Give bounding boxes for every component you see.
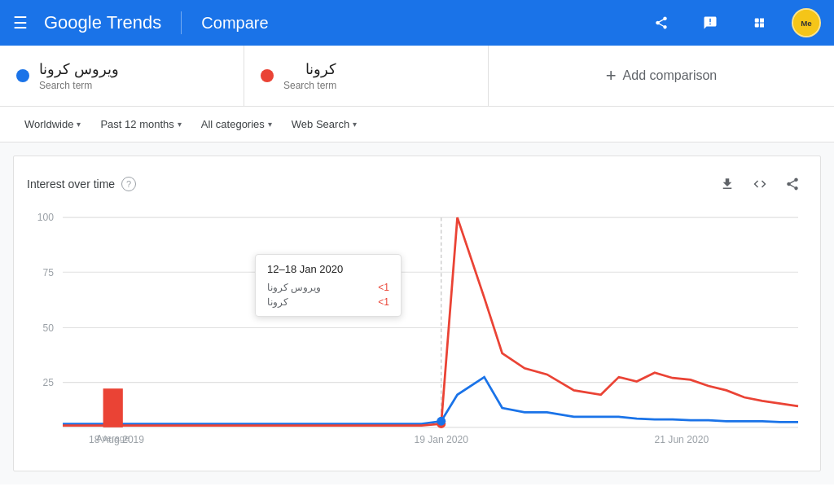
feedback-icon xyxy=(703,15,718,30)
add-comparison-button[interactable]: + Add comparison xyxy=(489,46,834,106)
embed-icon xyxy=(753,177,767,191)
filters-bar: Worldwide ▾ Past 12 months ▾ All categor… xyxy=(0,107,834,142)
add-comparison-plus-icon: + xyxy=(606,65,617,86)
svg-text:21 Jun 2020: 21 Jun 2020 xyxy=(655,434,709,445)
user-avatar[interactable]: Me xyxy=(792,8,821,37)
header-divider xyxy=(181,11,182,34)
tooltip-value-1: <1 xyxy=(378,282,389,293)
term2-dot xyxy=(261,69,274,82)
search-term-2[interactable]: کرونا Search term xyxy=(244,46,489,106)
chart-svg: 100 75 50 25 18 Aug 2019 19 Jan 2020 21 … xyxy=(27,205,807,461)
time-filter-label: Past 12 months xyxy=(100,118,173,130)
chart-header: Interest over time ? xyxy=(27,169,807,199)
tooltip-term-2: کرونا xyxy=(267,296,288,308)
apps-grid-icon xyxy=(752,15,766,30)
time-chevron-icon: ▾ xyxy=(178,120,182,129)
location-filter-label: Worldwide xyxy=(24,118,73,130)
search-type-filter[interactable]: Web Search ▾ xyxy=(283,113,365,135)
share-chart-icon xyxy=(785,177,800,191)
term1-line xyxy=(63,377,798,423)
chart-card: Interest over time ? 100 75 xyxy=(13,156,821,471)
add-comparison-label: Add comparison xyxy=(623,68,718,83)
svg-text:100: 100 xyxy=(37,213,55,224)
term2-name: کرونا xyxy=(283,60,336,78)
share-icon-button[interactable] xyxy=(645,7,678,39)
term1-name: ویروس کرونا xyxy=(39,60,119,78)
app-header: ☰ Google Trends Compare Me xyxy=(0,0,834,46)
time-filter[interactable]: Past 12 months ▾ xyxy=(92,113,189,135)
search-term-1[interactable]: ویروس کرونا Search term xyxy=(0,46,244,106)
svg-text:Average: Average xyxy=(96,433,129,443)
main-content: Interest over time ? 100 75 xyxy=(0,142,834,484)
average-bar xyxy=(103,388,123,427)
svg-text:Me: Me xyxy=(801,19,812,28)
search-type-filter-label: Web Search xyxy=(292,118,349,130)
location-filter[interactable]: Worldwide ▾ xyxy=(16,113,89,135)
share-icon xyxy=(654,15,669,30)
chart-title: Interest over time xyxy=(27,177,115,191)
term1-dot xyxy=(16,69,29,82)
svg-text:19 Jan 2020: 19 Jan 2020 xyxy=(414,434,468,445)
tooltip-dot-blue xyxy=(437,417,446,426)
term1-label: Search term xyxy=(39,80,119,91)
tooltip-row-1: ویروس کرونا <1 xyxy=(267,282,389,293)
feedback-icon-button[interactable] xyxy=(694,7,726,39)
chart-area: 100 75 50 25 18 Aug 2019 19 Jan 2020 21 … xyxy=(27,205,807,461)
chart-actions xyxy=(713,169,807,199)
tooltip-term-1: ویروس کرونا xyxy=(267,282,321,293)
app-logo: Google Trends xyxy=(44,12,161,33)
search-type-chevron-icon: ▾ xyxy=(353,120,357,129)
term2-line xyxy=(63,217,798,426)
svg-text:50: 50 xyxy=(43,322,55,334)
tooltip-date: 12–18 Jan 2020 xyxy=(267,263,389,275)
apps-grid-icon-button[interactable] xyxy=(743,7,775,39)
share-chart-button[interactable] xyxy=(778,169,807,199)
avatar-image: Me xyxy=(793,8,819,37)
term2-label: Search term xyxy=(283,80,336,91)
embed-button[interactable] xyxy=(745,169,775,199)
term2-text-block: کرونا Search term xyxy=(283,60,336,91)
term1-text-block: ویروس کرونا Search term xyxy=(39,60,119,91)
download-button[interactable] xyxy=(713,169,742,199)
svg-text:75: 75 xyxy=(43,267,55,278)
chart-tooltip: 12–18 Jan 2020 ویروس کرونا <1 کرونا <1 xyxy=(255,254,402,317)
category-filter-label: All categories xyxy=(201,118,265,130)
chart-title-row: Interest over time ? xyxy=(27,177,136,191)
category-filter[interactable]: All categories ▾ xyxy=(193,113,280,135)
tooltip-row-2: کرونا <1 xyxy=(267,296,389,308)
svg-text:25: 25 xyxy=(43,377,55,388)
menu-icon[interactable]: ☰ xyxy=(13,13,28,33)
location-chevron-icon: ▾ xyxy=(77,120,81,129)
chart-help-icon[interactable]: ? xyxy=(121,177,136,191)
category-chevron-icon: ▾ xyxy=(268,120,272,129)
page-title: Compare xyxy=(201,14,268,33)
tooltip-value-2: <1 xyxy=(378,296,389,308)
search-terms-bar: ویروس کرونا Search term کرونا Search ter… xyxy=(0,46,834,107)
download-icon xyxy=(720,177,735,191)
